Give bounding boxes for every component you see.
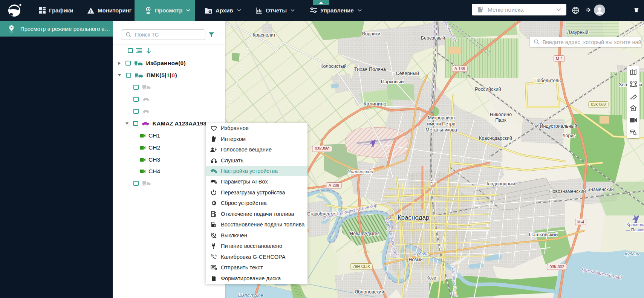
svg-text:М-4: М-4 <box>577 220 584 224</box>
svg-text:Краснолит: Краснолит <box>252 32 275 38</box>
svg-text:А-136: А-136 <box>454 66 465 71</box>
svg-text:Кубань: Кубань <box>625 252 639 256</box>
svg-text:Лазурный: Лазурный <box>567 30 589 35</box>
svg-text:Лорис: Лорис <box>562 133 575 138</box>
svg-text:Парк: Парк <box>495 117 506 123</box>
svg-text:Метальникова: Метальникова <box>425 127 457 133</box>
svg-text:Плодородный: Плодородный <box>484 181 515 186</box>
svg-text:Новознаменский: Новознаменский <box>549 189 586 194</box>
svg-text:М-4: М-4 <box>556 56 563 61</box>
svg-text:Индустриальный: Индустриальный <box>540 124 577 129</box>
svg-text:Водники: Водники <box>362 31 381 37</box>
svg-text:Николино: Николино <box>490 112 512 117</box>
svg-text:Краснодарский: Краснодарский <box>479 136 512 141</box>
svg-text:Шапсугское: Шапсугское <box>238 293 263 298</box>
svg-text:— Пашков: — Пашков <box>626 228 644 232</box>
svg-text:Козет: Козет <box>427 275 438 281</box>
svg-text:79Н-CLIX: 79Н-CLIX <box>353 264 370 269</box>
svg-text:А-289: А-289 <box>329 183 339 188</box>
svg-text:Калинино: Калинино <box>364 101 387 107</box>
svg-text:Колосистый: Колосистый <box>320 64 347 69</box>
svg-text:Славянский: Славянский <box>347 169 373 174</box>
svg-text:Берёзовый: Берёзовый <box>421 35 445 41</box>
svg-text:Краснодар: Краснодар <box>398 214 430 221</box>
svg-text:Краснода: Краснода <box>627 222 644 227</box>
svg-text:Северный: Северный <box>396 70 419 76</box>
svg-text:03К-068: 03К-068 <box>591 102 606 107</box>
svg-text:Российский: Российский <box>475 86 501 92</box>
svg-text:Знаменский: Знаменский <box>587 187 614 192</box>
svg-text:Парковый: Парковый <box>381 79 404 84</box>
svg-text:Тихая Поляна: Тихая Поляна <box>354 66 386 72</box>
svg-text:Новый: Новый <box>408 257 422 262</box>
svg-text:%: % <box>211 254 214 257</box>
svg-text:Новая Адыгея: Новая Адыгея <box>350 231 379 236</box>
svg-text:Победитель: Победитель <box>534 78 561 83</box>
svg-text:Микрорайон: Микрорайон <box>428 115 455 121</box>
svg-text:Пашковский: Пашковский <box>529 232 558 237</box>
svg-text:Кубань: Кубань <box>414 252 428 256</box>
svg-text:Яблоновский: Яблоновский <box>354 289 384 295</box>
svg-text:03К-580: 03К-580 <box>315 147 330 151</box>
svg-text:03К-002: 03К-002 <box>550 264 564 269</box>
svg-text:имени Петра: имени Петра <box>427 121 455 127</box>
